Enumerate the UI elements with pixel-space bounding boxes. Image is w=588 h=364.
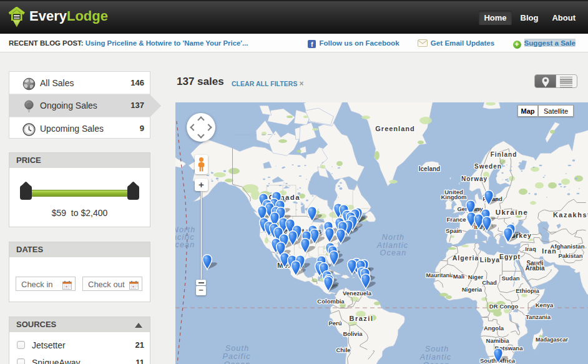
svg-text:Sudan: Sudan (501, 275, 519, 282)
svg-text:Kazakhstan: Kazakhstan (553, 211, 588, 219)
svg-text:Bolivia: Bolivia (343, 330, 363, 337)
svg-text:Atlantic: Atlantic (419, 353, 452, 362)
svg-text:Mali: Mali (453, 273, 464, 280)
svg-text:Ocean: Ocean (380, 248, 407, 257)
svg-text:Chad: Chad (482, 279, 497, 286)
svg-text:DR Congo: DR Congo (489, 303, 519, 310)
svg-text:Chile: Chile (336, 347, 350, 353)
svg-text:Niger: Niger (468, 273, 484, 280)
svg-text:Kenya: Kenya (536, 302, 554, 308)
svg-text:Pakistan: Pakistan (558, 252, 582, 259)
svg-text:Finland: Finland (491, 151, 517, 158)
svg-text:Tanzania: Tanzania (526, 313, 551, 320)
svg-text:Greenland: Greenland (375, 125, 414, 132)
svg-text:Perú: Perú (328, 320, 341, 327)
svg-text:South: South (225, 344, 250, 353)
svg-text:Ethiopia: Ethiopia (516, 287, 539, 294)
svg-text:Colombia: Colombia (317, 298, 345, 305)
svg-text:North: North (382, 233, 405, 242)
svg-text:Arabia: Arabia (525, 265, 545, 272)
svg-text:Ocean: Ocean (423, 361, 450, 364)
svg-text:Spain: Spain (446, 227, 462, 234)
svg-text:Nigeria: Nigeria (462, 286, 483, 293)
svg-text:Iraq: Iraq (525, 245, 536, 252)
svg-text:Namibia: Namibia (486, 337, 510, 344)
svg-text:Pacific: Pacific (222, 352, 250, 361)
svg-text:Afghanistan: Afghanistan (551, 243, 585, 250)
svg-text:Madagascar: Madagascar (536, 337, 569, 343)
svg-text:Ocean: Ocean (224, 360, 251, 364)
svg-text:Libya: Libya (480, 256, 500, 263)
svg-text:Ocean: Ocean (175, 240, 195, 249)
svg-text:Brazil: Brazil (350, 315, 374, 322)
svg-text:South: South (425, 345, 449, 353)
svg-text:Venezuela: Venezuela (343, 290, 372, 297)
svg-text:Sweden: Sweden (474, 163, 502, 170)
svg-text:Ukraine: Ukraine (496, 209, 529, 216)
svg-text:Iceland: Iceland (419, 165, 440, 172)
svg-text:Kingdom: Kingdom (441, 194, 466, 200)
svg-text:France: France (446, 216, 466, 223)
svg-text:Angola: Angola (484, 325, 504, 332)
svg-text:Norway: Norway (461, 175, 488, 182)
svg-text:Egypt: Egypt (499, 253, 521, 260)
svg-text:Algeria: Algeria (453, 254, 479, 262)
svg-text:Mauritania: Mauritania (426, 272, 454, 278)
